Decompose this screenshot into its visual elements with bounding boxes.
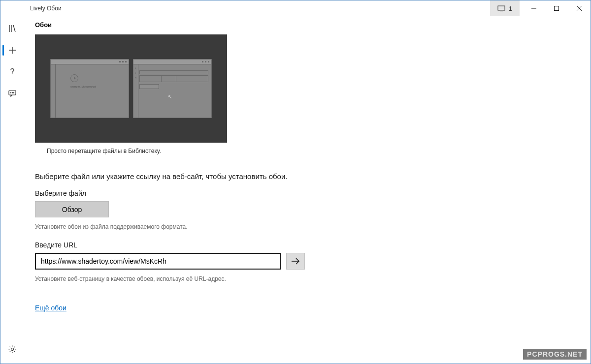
svg-line-8 <box>13 25 15 32</box>
display-selector[interactable]: 1 <box>490 0 520 16</box>
svg-point-12 <box>10 92 11 93</box>
svg-rect-0 <box>498 6 505 10</box>
feedback-icon <box>8 89 17 98</box>
main-content: Обои sample_videoscript ++× <box>24 16 591 364</box>
url-input[interactable] <box>35 253 281 270</box>
minimize-button[interactable] <box>523 0 545 16</box>
sidebar-library[interactable] <box>2 19 22 38</box>
maximize-button[interactable] <box>545 0 568 16</box>
minimize-icon <box>531 6 536 11</box>
arrow-right-icon <box>291 258 300 265</box>
sidebar-add[interactable] <box>2 41 22 60</box>
sidebar-help[interactable]: ? <box>2 62 22 81</box>
svg-point-15 <box>11 348 14 351</box>
preview-caption: Просто перетащите файлы в Библиотеку. <box>47 148 579 154</box>
gear-icon <box>8 345 17 354</box>
url-submit-button[interactable] <box>286 253 305 270</box>
plus-icon <box>8 46 17 55</box>
app-window: Lively Обои 1 ? <box>0 0 591 364</box>
window-title: Lively Обои <box>30 5 490 12</box>
section-title: Обои <box>35 21 579 29</box>
more-wallpapers-link[interactable]: Ещё обои <box>35 304 66 312</box>
titlebar: Lively Обои 1 <box>0 0 591 16</box>
preview-thumbnail: sample_videoscript ++× ↖ <box>35 34 227 143</box>
cursor-icon: ↖ <box>168 94 172 99</box>
browse-button[interactable]: Обзор <box>35 201 109 217</box>
svg-point-13 <box>12 92 12 93</box>
watermark: PCPROGS.NET <box>523 349 587 360</box>
library-icon <box>8 24 17 33</box>
svg-rect-3 <box>555 6 559 11</box>
help-icon: ? <box>10 67 15 76</box>
display-count: 1 <box>508 5 512 12</box>
close-button[interactable] <box>568 0 591 16</box>
app-body: ? Обои sample_videoscript <box>0 16 591 364</box>
url-label: Введите URL <box>35 241 579 249</box>
file-label: Выберите файл <box>35 189 579 197</box>
mini-window-right: ++× ↖ <box>133 59 212 118</box>
monitor-icon <box>497 5 505 11</box>
mini-window-left: sample_videoscript <box>50 59 129 118</box>
sidebar-feedback[interactable] <box>2 84 22 103</box>
sidebar-settings[interactable] <box>2 340 22 359</box>
close-icon <box>577 6 582 11</box>
file-helper: Установите обои из файла поддерживаемого… <box>35 223 579 230</box>
svg-point-14 <box>13 92 14 93</box>
mini-video-label: sample_videoscript <box>70 85 96 88</box>
url-row <box>35 253 579 270</box>
title-controls: 1 <box>490 0 591 16</box>
url-helper: Установите веб-страницу в качестве обоев… <box>35 275 579 282</box>
instruction-text: Выберите файл или укажите ссылку на веб-… <box>35 172 579 181</box>
sidebar: ? <box>0 16 24 364</box>
maximize-icon <box>554 6 559 11</box>
